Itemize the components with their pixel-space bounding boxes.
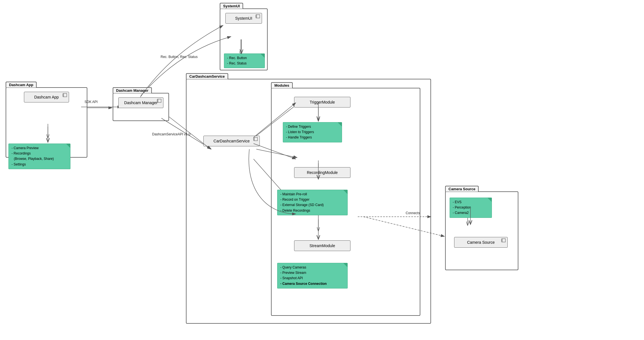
dashcam-manager-package: Dashcam Manager Dashcam Manager — [113, 93, 169, 121]
component-icon-5 — [501, 238, 506, 242]
trigger-note-line3: - Handle Triggers — [286, 135, 339, 140]
diagram-container: Dashcam App Dashcam App - Camera Preview… — [0, 0, 644, 340]
camera-source-note: - EVS - Perception - Camera2 — [450, 198, 492, 218]
component-icon-3 — [256, 14, 261, 18]
car-dashcam-service-component: CarDashcamService — [203, 136, 260, 146]
systemui-note-line1: - Rec. Button — [227, 55, 262, 61]
trigger-module-note: - Define Triggers - Listen to Triggers -… — [283, 122, 342, 142]
stream-note-line2: - Preview Stream — [280, 270, 345, 276]
recording-note-line1: - Maintain Pre-roll — [280, 192, 345, 197]
systemui-component: SystemUI — [225, 13, 262, 24]
trigger-module-component: TriggerModule — [294, 97, 350, 108]
camera-source-label: Camera Source — [467, 240, 495, 245]
dashcam-app-note-line3: (Browse, Playback, Share) — [12, 156, 67, 162]
camera-source-tab: Camera Source — [445, 186, 479, 192]
stream-note-line4: - Camera Source Connection — [280, 281, 345, 287]
recording-module-note: - Maintain Pre-roll - Record on Trigger … — [277, 190, 348, 215]
camera-note-line1: - EVS — [453, 200, 489, 205]
dashcam-manager-component: Dashcam Manager — [118, 97, 163, 108]
dashcam-app-package-tab: Dashcam App — [6, 82, 37, 88]
trigger-note-line2: - Listen to Triggers — [286, 129, 339, 135]
modules-package: Modules TriggerModule - Define Triggers … — [271, 88, 420, 316]
dashcam-app-note-line4: - Settings — [12, 162, 67, 167]
car-dashcam-service-tab: CarDashcamService — [186, 73, 228, 79]
stream-module-note: - Query Cameras - Preview Stream - Snaps… — [277, 263, 348, 288]
rec-button-label: Rec. Button, Rec. Status — [161, 55, 197, 59]
svg-rect-19 — [157, 101, 158, 102]
systemui-label: SystemUI — [235, 16, 252, 21]
camera-note-line3: - Camera2 — [453, 210, 489, 216]
car-dashcam-service-label: CarDashcamService — [214, 139, 250, 143]
dashcam-app-note: - Camera Preview - Recordings (Browse, P… — [8, 144, 70, 169]
stream-note-line1: - Query Cameras — [280, 265, 345, 270]
component-icon-2 — [157, 99, 162, 103]
recording-note-line3: - External Storage (SD Card) — [280, 202, 345, 208]
svg-rect-18 — [157, 100, 158, 100]
component-icon-4 — [253, 137, 258, 141]
systemui-note-line2: - Rec. Status — [227, 61, 262, 66]
dashcam-service-api-label: DashcamServiceAPI v1.0 — [152, 132, 190, 136]
camera-source-component: Camera Source — [454, 237, 508, 248]
recording-module-label: RecordingModule — [307, 170, 338, 175]
svg-rect-28 — [501, 241, 502, 241]
dashcam-manager-label: Dashcam Manager — [124, 100, 157, 105]
stream-module-component: StreamModule — [294, 240, 350, 251]
dashcam-app-note-line1: - Camera Preview — [12, 146, 67, 151]
trigger-note-line1: - Define Triggers — [286, 124, 339, 129]
stream-module-label: StreamModule — [309, 243, 335, 248]
svg-rect-25 — [253, 139, 254, 140]
svg-rect-27 — [501, 239, 502, 240]
dashcam-app-label: Dashcam App — [34, 95, 59, 99]
sdk-api-label: SDK API — [85, 100, 98, 104]
svg-rect-21 — [256, 15, 257, 16]
svg-rect-16 — [63, 95, 64, 96]
component-icon — [63, 93, 68, 97]
camera-source-package: Camera Source - EVS - Perception - Camer… — [445, 191, 518, 270]
recording-note-line4: - Delete Recordings — [280, 208, 345, 213]
car-dashcam-service-package: CarDashcamService CarDashcamService Modu… — [186, 79, 431, 324]
recording-note-line2: - Record on Trigger — [280, 197, 345, 202]
dashcam-app-component: Dashcam App — [24, 92, 69, 102]
svg-rect-24 — [253, 138, 254, 139]
stream-note-line3: - Snapshot API — [280, 276, 345, 281]
camera-note-line2: - Perception — [453, 205, 489, 210]
modules-tab: Modules — [271, 82, 293, 88]
systemui-note: - Rec. Button - Rec. Status — [224, 53, 265, 68]
recording-module-component: RecordingModule — [294, 167, 350, 178]
svg-rect-15 — [63, 94, 64, 95]
trigger-module-label: TriggerModule — [310, 100, 335, 104]
dashcam-manager-package-tab: Dashcam Manager — [113, 87, 152, 93]
systemui-package-tab: SystemUI — [220, 3, 243, 9]
dashcam-app-note-line2: - Recordings — [12, 151, 67, 156]
connects-label: Connects — [406, 211, 420, 215]
svg-rect-22 — [256, 17, 257, 17]
